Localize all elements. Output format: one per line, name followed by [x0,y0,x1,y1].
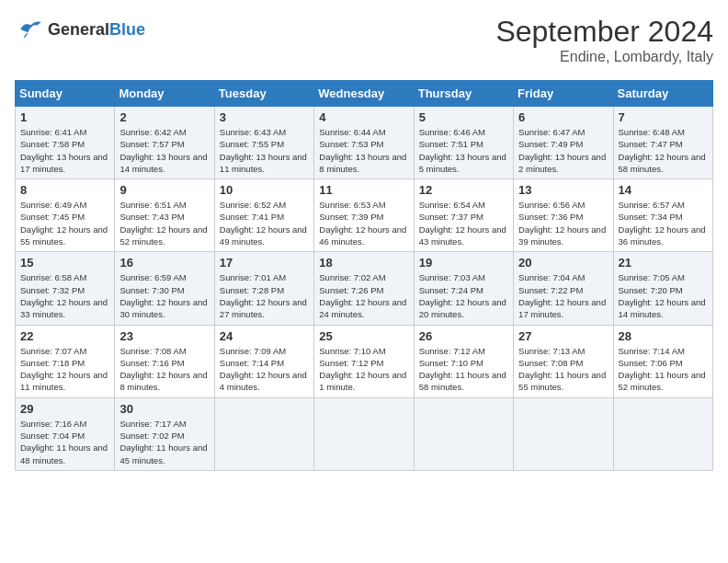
table-row: 28Sunrise: 7:14 AMSunset: 7:06 PMDayligh… [613,325,712,397]
day-info: Sunrise: 6:44 AMSunset: 7:53 PMDaylight:… [319,126,408,175]
col-wednesday: Wednesday [314,81,414,107]
day-info: Sunrise: 7:17 AMSunset: 7:02 PMDaylight:… [119,418,209,466]
table-row: 24Sunrise: 7:09 AMSunset: 7:14 PMDayligh… [214,325,313,397]
table-row: 10Sunrise: 6:52 AMSunset: 7:41 PMDayligh… [214,179,313,252]
col-tuesday: Tuesday [214,81,313,107]
day-info: Sunrise: 6:53 AMSunset: 7:39 PMDaylight:… [319,199,408,247]
day-number: 5 [419,110,508,124]
table-row: 19Sunrise: 7:03 AMSunset: 7:24 PMDayligh… [414,252,513,325]
day-number: 1 [20,110,109,124]
day-number: 22 [20,329,109,343]
table-row [214,397,313,470]
table-row: 2Sunrise: 6:42 AMSunset: 7:57 PMDaylight… [115,107,214,179]
day-info: Sunrise: 7:08 AMSunset: 7:16 PMDaylight:… [119,345,209,394]
calendar-table: Sunday Monday Tuesday Wednesday Thursday… [15,80,713,471]
table-row: 4Sunrise: 6:44 AMSunset: 7:53 PMDaylight… [314,107,414,179]
day-number: 27 [518,329,608,343]
table-row: 13Sunrise: 6:56 AMSunset: 7:36 PMDayligh… [514,179,613,252]
logo-general: General [48,20,109,39]
calendar-week-row: 29Sunrise: 7:16 AMSunset: 7:04 PMDayligh… [16,397,713,470]
day-info: Sunrise: 7:01 AMSunset: 7:28 PMDaylight:… [220,271,309,320]
day-info: Sunrise: 7:05 AMSunset: 7:20 PMDaylight:… [619,271,708,320]
day-number: 17 [220,256,309,270]
table-row: 3Sunrise: 6:43 AMSunset: 7:55 PMDaylight… [214,107,313,179]
day-info: Sunrise: 7:12 AMSunset: 7:10 PMDaylight:… [419,345,508,394]
table-row: 29Sunrise: 7:16 AMSunset: 7:04 PMDayligh… [16,397,115,470]
day-number: 26 [419,329,508,343]
day-info: Sunrise: 7:02 AMSunset: 7:26 PMDaylight:… [319,271,408,320]
table-row: 22Sunrise: 7:07 AMSunset: 7:18 PMDayligh… [16,325,115,397]
day-info: Sunrise: 6:46 AMSunset: 7:51 PMDaylight:… [419,126,508,175]
day-number: 28 [619,329,708,343]
day-info: Sunrise: 7:14 AMSunset: 7:06 PMDaylight:… [619,345,708,394]
day-number: 21 [619,256,708,270]
day-info: Sunrise: 6:59 AMSunset: 7:30 PMDaylight:… [119,271,209,320]
table-row: 15Sunrise: 6:58 AMSunset: 7:32 PMDayligh… [16,252,115,325]
day-info: Sunrise: 6:47 AMSunset: 7:49 PMDaylight:… [518,126,608,175]
table-row: 17Sunrise: 7:01 AMSunset: 7:28 PMDayligh… [214,252,313,325]
day-info: Sunrise: 6:43 AMSunset: 7:55 PMDaylight:… [220,126,309,175]
table-row: 9Sunrise: 6:51 AMSunset: 7:43 PMDaylight… [115,179,214,252]
day-number: 30 [119,402,209,416]
day-info: Sunrise: 6:49 AMSunset: 7:45 PMDaylight:… [20,199,109,247]
table-row: 25Sunrise: 7:10 AMSunset: 7:12 PMDayligh… [314,325,414,397]
day-number: 14 [619,183,708,197]
col-sunday: Sunday [16,81,115,107]
calendar-week-row: 22Sunrise: 7:07 AMSunset: 7:18 PMDayligh… [16,325,713,397]
table-row: 21Sunrise: 7:05 AMSunset: 7:20 PMDayligh… [613,252,712,325]
table-row: 16Sunrise: 6:59 AMSunset: 7:30 PMDayligh… [115,252,214,325]
table-row: 26Sunrise: 7:12 AMSunset: 7:10 PMDayligh… [414,325,513,397]
day-info: Sunrise: 7:10 AMSunset: 7:12 PMDaylight:… [319,345,408,394]
day-info: Sunrise: 6:51 AMSunset: 7:43 PMDaylight:… [119,199,209,247]
page-subtitle: Endine, Lombardy, Italy [495,49,713,65]
day-number: 12 [419,183,508,197]
table-row: 12Sunrise: 6:54 AMSunset: 7:37 PMDayligh… [414,179,513,252]
day-number: 29 [20,402,109,416]
table-row: 20Sunrise: 7:04 AMSunset: 7:22 PMDayligh… [514,252,613,325]
day-info: Sunrise: 7:07 AMSunset: 7:18 PMDaylight:… [20,345,109,394]
table-row [514,397,613,470]
day-info: Sunrise: 6:42 AMSunset: 7:57 PMDaylight:… [119,126,209,175]
table-row [414,397,513,470]
day-number: 2 [119,110,209,124]
table-row: 14Sunrise: 6:57 AMSunset: 7:34 PMDayligh… [613,179,712,252]
day-info: Sunrise: 6:48 AMSunset: 7:47 PMDaylight:… [619,126,708,175]
day-number: 6 [518,110,608,124]
day-number: 4 [319,110,408,124]
day-info: Sunrise: 6:58 AMSunset: 7:32 PMDaylight:… [20,271,109,320]
table-row: 23Sunrise: 7:08 AMSunset: 7:16 PMDayligh… [115,325,214,397]
day-number: 20 [518,256,608,270]
table-row [613,397,712,470]
col-monday: Monday [115,81,214,107]
logo-blue: Blue [109,20,145,39]
day-info: Sunrise: 7:04 AMSunset: 7:22 PMDaylight:… [518,271,608,320]
col-thursday: Thursday [414,81,513,107]
calendar-week-row: 1Sunrise: 6:41 AMSunset: 7:58 PMDaylight… [16,107,713,179]
col-friday: Friday [514,81,613,107]
day-number: 7 [619,110,708,124]
day-number: 15 [20,256,109,270]
day-number: 11 [319,183,408,197]
day-info: Sunrise: 6:41 AMSunset: 7:58 PMDaylight:… [20,126,109,175]
table-row: 18Sunrise: 7:02 AMSunset: 7:26 PMDayligh… [314,252,414,325]
table-row: 6Sunrise: 6:47 AMSunset: 7:49 PMDaylight… [514,107,613,179]
table-row [314,397,414,470]
page-title: September 2024 [495,15,713,49]
table-row: 30Sunrise: 7:17 AMSunset: 7:02 PMDayligh… [115,397,214,470]
col-saturday: Saturday [613,81,712,107]
day-info: Sunrise: 6:56 AMSunset: 7:36 PMDaylight:… [518,199,608,247]
logo-text: GeneralBlue [48,20,145,40]
day-number: 9 [119,183,209,197]
table-row: 1Sunrise: 6:41 AMSunset: 7:58 PMDaylight… [16,107,115,179]
day-info: Sunrise: 7:03 AMSunset: 7:24 PMDaylight:… [419,271,508,320]
day-number: 16 [119,256,209,270]
day-number: 3 [220,110,309,124]
table-row: 7Sunrise: 6:48 AMSunset: 7:47 PMDaylight… [613,107,712,179]
calendar-week-row: 8Sunrise: 6:49 AMSunset: 7:45 PMDaylight… [16,179,713,252]
day-info: Sunrise: 6:52 AMSunset: 7:41 PMDaylight:… [220,199,309,247]
day-info: Sunrise: 6:54 AMSunset: 7:37 PMDaylight:… [419,199,508,247]
day-info: Sunrise: 7:13 AMSunset: 7:08 PMDaylight:… [518,345,608,394]
day-number: 19 [419,256,508,270]
logo-bird-icon [15,15,44,44]
title-block: September 2024 Endine, Lombardy, Italy [495,15,713,65]
